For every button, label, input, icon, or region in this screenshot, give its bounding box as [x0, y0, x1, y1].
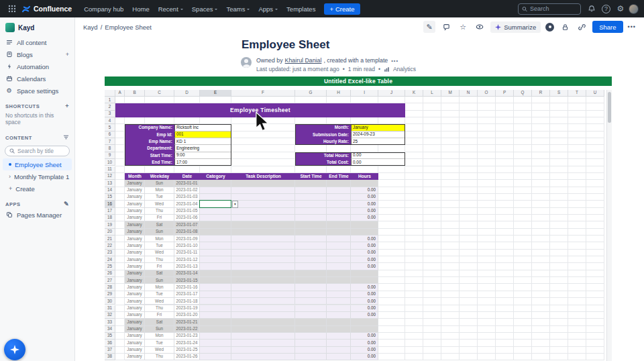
- cell-B23[interactable]: January: [125, 250, 145, 256]
- column-header-N[interactable]: N: [460, 90, 478, 97]
- cell-B20[interactable]: January: [125, 229, 145, 236]
- cell-B22[interactable]: January: [125, 242, 145, 249]
- breadcrumb-space-link[interactable]: Kayd: [83, 23, 98, 31]
- cell-H29[interactable]: [327, 291, 351, 298]
- cell-E22[interactable]: [200, 242, 231, 249]
- row-header-1[interactable]: 1: [105, 97, 115, 103]
- cell-I35[interactable]: 0.00: [351, 333, 378, 340]
- column-header-G[interactable]: G: [295, 90, 327, 97]
- widget-title-bar[interactable]: Untitled Excel-like Table: [105, 76, 612, 86]
- cell-C33[interactable]: Sat: [145, 319, 174, 325]
- row-header-20[interactable]: 20: [105, 229, 115, 236]
- cell-E14[interactable]: [200, 187, 231, 194]
- row-header-18[interactable]: 18: [105, 215, 115, 221]
- cell-H27[interactable]: [327, 277, 351, 284]
- nav-teams[interactable]: Teams: [222, 3, 254, 15]
- more-actions-icon[interactable]: •••: [628, 23, 636, 30]
- cell-F14[interactable]: [231, 187, 295, 194]
- cell-D37[interactable]: 2023-01-25: [174, 347, 200, 354]
- cell-F19[interactable]: [231, 221, 295, 228]
- cell-B34[interactable]: January: [125, 326, 145, 333]
- cell-I15[interactable]: 0.00: [351, 194, 378, 201]
- cell-I22[interactable]: 0.00: [351, 242, 378, 249]
- cell-H28[interactable]: [327, 284, 351, 291]
- cell-G15[interactable]: [295, 194, 327, 201]
- cell-C34[interactable]: Sun: [145, 326, 174, 333]
- cell-I20[interactable]: [351, 229, 378, 236]
- cell-G35[interactable]: [295, 333, 327, 340]
- column-header-U[interactable]: U: [586, 90, 604, 97]
- row-header-13[interactable]: 13: [105, 180, 115, 187]
- nav-apps[interactable]: Apps: [254, 3, 282, 15]
- cell-C26[interactable]: Sat: [145, 270, 174, 277]
- add-shortcut-button[interactable]: +: [65, 103, 69, 109]
- row-header-24[interactable]: 24: [105, 256, 115, 263]
- row-header-19[interactable]: 19: [105, 221, 115, 228]
- row-header-17[interactable]: 17: [105, 208, 115, 215]
- company-info-value-1[interactable]: 001: [174, 132, 231, 138]
- cell-G25[interactable]: [295, 263, 327, 270]
- company-info-value-5[interactable]: 17:00: [174, 159, 231, 166]
- row-header-38[interactable]: 38: [105, 354, 115, 360]
- row-header-36[interactable]: 36: [105, 340, 115, 346]
- row-header-35[interactable]: 35: [105, 333, 115, 340]
- cell-D15[interactable]: 2023-01-03: [174, 194, 200, 201]
- cell-E13[interactable]: [200, 180, 231, 187]
- cell-E29[interactable]: [200, 291, 231, 298]
- cell-F26[interactable]: [231, 270, 295, 277]
- pencil-icon[interactable]: ✎: [64, 201, 69, 207]
- byline-more-icon[interactable]: •••: [391, 58, 398, 64]
- cell-E37[interactable]: [200, 347, 231, 354]
- row-header-23[interactable]: 23: [105, 250, 115, 256]
- chevron-right-icon[interactable]: ›: [9, 173, 11, 180]
- cell-F13[interactable]: [231, 180, 295, 187]
- space-header[interactable]: Kayd: [0, 17, 74, 36]
- cell-H26[interactable]: [327, 270, 351, 277]
- cell-C16[interactable]: Wed: [145, 201, 174, 207]
- column-header-R[interactable]: R: [532, 90, 550, 97]
- cell-C19[interactable]: Sat: [145, 221, 174, 228]
- cell-E28[interactable]: [200, 284, 231, 291]
- cell-B26[interactable]: January: [125, 270, 145, 277]
- cell-E20[interactable]: [200, 229, 231, 236]
- cell-F24[interactable]: [231, 256, 295, 263]
- cell-H13[interactable]: [327, 180, 351, 187]
- cell-E27[interactable]: [200, 277, 231, 284]
- month-info-value-2[interactable]: 25: [351, 138, 405, 145]
- cell-I25[interactable]: 0.00: [351, 263, 378, 270]
- cell-C29[interactable]: Tue: [145, 291, 174, 298]
- cell-E30[interactable]: [200, 298, 231, 305]
- column-header-J[interactable]: J: [378, 90, 405, 97]
- row-header-14[interactable]: 14: [105, 187, 115, 194]
- cell-I30[interactable]: 0.00: [351, 298, 378, 305]
- cell-I14[interactable]: 0.00: [351, 187, 378, 194]
- cell-D14[interactable]: 2023-01-02: [174, 187, 200, 194]
- row-header-31[interactable]: 31: [105, 305, 115, 312]
- cell-C25[interactable]: Fri: [145, 263, 174, 270]
- cell-F22[interactable]: [231, 242, 295, 249]
- cell-G13[interactable]: [295, 180, 327, 187]
- cell-F15[interactable]: [231, 194, 295, 201]
- cell-G32[interactable]: [295, 312, 327, 319]
- column-header-T[interactable]: T: [568, 90, 586, 97]
- cell-B29[interactable]: January: [125, 291, 145, 298]
- row-header-15[interactable]: 15: [105, 194, 115, 201]
- row-header-5[interactable]: 5: [105, 124, 115, 131]
- sidebar-item-calendars[interactable]: Calendars: [0, 72, 74, 85]
- app-badge[interactable]: [545, 23, 554, 32]
- column-header-S[interactable]: S: [550, 90, 568, 97]
- spreadsheet[interactable]: ABCDEFGHIJKLMNOPQRSTU1234567891011121314…: [105, 90, 606, 361]
- cell-B18[interactable]: January: [125, 215, 145, 221]
- cell-G33[interactable]: [295, 319, 327, 325]
- cell-I26[interactable]: [351, 270, 378, 277]
- page-tree-item-monthly-template[interactable]: › Monthly Template 1: [0, 170, 74, 183]
- cell-B14[interactable]: January: [125, 187, 145, 194]
- cell-E17[interactable]: [200, 208, 231, 215]
- cell-D22[interactable]: 2023-01-10: [174, 242, 200, 249]
- cell-H19[interactable]: [327, 221, 351, 228]
- month-info-value-1[interactable]: 2024-09-23: [351, 132, 405, 138]
- cell-H31[interactable]: [327, 305, 351, 312]
- cell-C15[interactable]: Tue: [145, 194, 174, 201]
- edit-pencil-icon[interactable]: ✎: [423, 21, 435, 33]
- cell-E23[interactable]: [200, 250, 231, 256]
